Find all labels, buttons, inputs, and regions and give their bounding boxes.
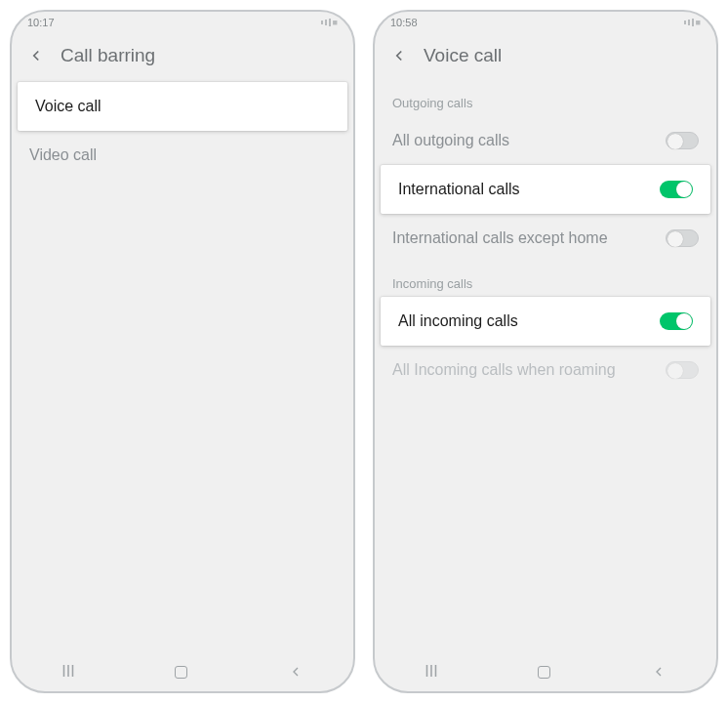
- list-item-video-call[interactable]: Video call: [12, 131, 353, 180]
- status-time: 10:58: [390, 17, 418, 28]
- back-icon[interactable]: [27, 47, 45, 64]
- app-header: Call barring: [12, 33, 353, 82]
- row-label: All incoming calls: [398, 312, 518, 330]
- row-international-except-home[interactable]: International calls except home: [375, 214, 716, 263]
- home-button[interactable]: [538, 666, 550, 679]
- recent-apps-button[interactable]: III: [61, 663, 74, 681]
- list-item-voice-call[interactable]: Voice call: [18, 82, 347, 131]
- row-all-incoming[interactable]: All incoming calls: [381, 297, 710, 346]
- app-header: Voice call: [375, 33, 716, 82]
- toggle-international[interactable]: [660, 181, 693, 198]
- nav-bar: III: [375, 652, 716, 691]
- back-button[interactable]: [651, 664, 667, 680]
- list-item-label: Voice call: [35, 98, 101, 115]
- toggle-all-incoming-roaming[interactable]: [666, 361, 699, 379]
- toggle-international-except-home[interactable]: [666, 229, 699, 247]
- status-icons: ■: [684, 18, 701, 27]
- nav-bar: III: [12, 652, 353, 691]
- list-item-label: Video call: [29, 146, 97, 164]
- phone-right: 10:58 ■ Voice call Outgoing calls All ou…: [373, 10, 718, 693]
- back-icon[interactable]: [390, 47, 408, 64]
- page-title: Voice call: [424, 45, 502, 66]
- row-label: All Incoming calls when roaming: [392, 361, 616, 379]
- status-bar: 10:17 ■: [12, 12, 353, 33]
- back-button[interactable]: [288, 664, 303, 680]
- section-incoming: Incoming calls: [375, 263, 716, 297]
- phone-left: 10:17 ■ Call barring Voice call Video ca…: [10, 10, 355, 693]
- settings-list: Outgoing calls All outgoing calls Intern…: [375, 82, 716, 652]
- row-label: International calls except home: [392, 229, 608, 247]
- row-all-incoming-roaming[interactable]: All Incoming calls when roaming: [375, 346, 716, 394]
- row-international[interactable]: International calls: [381, 165, 710, 214]
- status-time: 10:17: [27, 17, 55, 28]
- row-label: International calls: [398, 181, 520, 198]
- home-button[interactable]: [175, 666, 187, 679]
- list: Voice call Video call: [12, 82, 353, 652]
- row-label: All outgoing calls: [392, 132, 509, 149]
- recent-apps-button[interactable]: III: [425, 663, 437, 681]
- section-outgoing: Outgoing calls: [375, 82, 716, 116]
- toggle-all-incoming[interactable]: [660, 312, 693, 330]
- row-all-outgoing[interactable]: All outgoing calls: [375, 116, 716, 165]
- page-title: Call barring: [61, 45, 155, 66]
- toggle-all-outgoing[interactable]: [666, 132, 699, 149]
- status-bar: 10:58 ■: [375, 12, 716, 33]
- status-icons: ■: [321, 18, 338, 27]
